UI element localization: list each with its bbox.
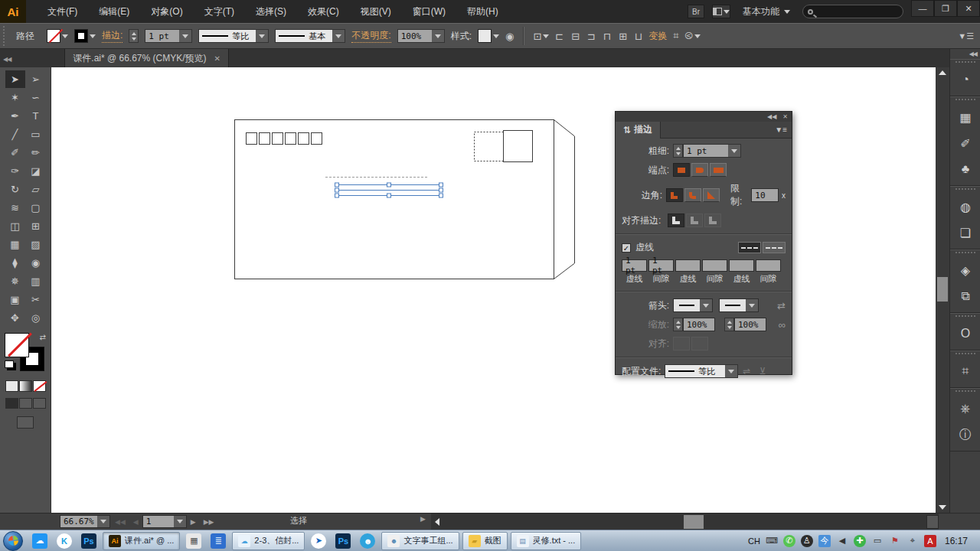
direct-selection-tool[interactable]: ➢	[26, 70, 46, 88]
chevron-down-icon[interactable]	[62, 34, 68, 38]
menu-item-3[interactable]: 文字(T)	[194, 0, 245, 23]
dash-value-field-1[interactable]: 1 pt	[648, 259, 674, 272]
free-transform-tool[interactable]: ▢	[26, 199, 46, 217]
toutiao-icon[interactable]: 今	[818, 535, 831, 547]
vertical-scrollbar[interactable]	[936, 67, 949, 513]
task-notepad[interactable]: ▤灵修.txt - ...	[511, 532, 582, 550]
scale-start-field[interactable]: 100%	[683, 318, 715, 331]
weight-stepper[interactable]	[673, 144, 683, 158]
menu-item-6[interactable]: 视图(V)	[350, 0, 402, 23]
bridge-button[interactable]: Br	[688, 5, 704, 18]
miter-join-button[interactable]	[666, 188, 683, 202]
magic-wand-tool[interactable]: ✶	[5, 89, 25, 106]
chevron-down-icon[interactable]	[90, 34, 96, 38]
chevron-down-icon[interactable]	[493, 34, 499, 38]
arrange-documents-button[interactable]	[712, 5, 730, 18]
pen-tool[interactable]: ✒	[5, 107, 25, 125]
draw-normal-button[interactable]	[5, 398, 18, 409]
scroll-left-icon[interactable]	[431, 514, 443, 530]
line-segment-tool[interactable]: ╱	[5, 126, 25, 143]
pathfinder-panel-icon[interactable]: ❏	[950, 220, 980, 246]
shape-builder-tool[interactable]: ◫	[5, 217, 25, 235]
layers-panel-icon[interactable]: ◈	[950, 257, 980, 283]
slice-tool[interactable]: ✂	[26, 291, 46, 308]
minimize-button[interactable]: —	[911, 0, 934, 17]
transform-link[interactable]: 变换	[648, 30, 667, 43]
photoshop-icon[interactable]: Ps	[78, 532, 100, 550]
opacity-link[interactable]: 不透明度:	[351, 29, 390, 43]
symbols-panel-icon[interactable]: ♣	[950, 156, 980, 182]
column-graph-tool[interactable]: ▥	[26, 272, 46, 290]
artboard-navigation-combo[interactable]: 1	[142, 515, 187, 528]
swap-arrowheads-icon[interactable]: ⇄	[777, 300, 786, 311]
dock-grip[interactable]	[956, 61, 975, 65]
vertical-scroll-thumb[interactable]	[937, 277, 948, 302]
none-button[interactable]	[33, 380, 46, 392]
dock-grip[interactable]	[956, 188, 975, 192]
menu-item-8[interactable]: 帮助(H)	[456, 0, 509, 23]
horizontal-align-left-icon[interactable]: ⊏	[555, 31, 564, 42]
recolor-artwork-icon[interactable]: ◉	[505, 31, 514, 42]
type-tool[interactable]: T	[26, 107, 46, 125]
dock-grip[interactable]	[956, 315, 975, 319]
swatches-panel-icon[interactable]: ▦	[950, 104, 980, 130]
brush-definition-combo[interactable]: 基本	[275, 29, 345, 43]
task-screenshot-folder[interactable]: ▰截图	[462, 532, 508, 550]
menu-item-1[interactable]: 编辑(E)	[88, 0, 140, 23]
search-input[interactable]	[802, 5, 903, 18]
lasso-tool[interactable]: ∽	[26, 89, 46, 106]
envelope-artwork[interactable]	[234, 119, 580, 283]
tab-close-icon[interactable]: ✕	[214, 54, 220, 63]
blob-brush-tool[interactable]: ✑	[5, 162, 25, 180]
zoom-level-combo[interactable]: 66.67%	[60, 515, 110, 528]
scale-start-stepper[interactable]	[673, 318, 683, 331]
width-tool[interactable]: ≋	[5, 199, 25, 217]
stroke-link[interactable]: 描边:	[102, 29, 122, 43]
volume-icon[interactable]: ◀	[836, 535, 848, 547]
perspective-grid-tool[interactable]: ⊞	[26, 217, 46, 235]
default-fill-stroke-icon[interactable]	[5, 360, 14, 368]
gradient-panel-icon[interactable]: ◔	[950, 67, 980, 93]
link-scales-icon[interactable]: ∞	[779, 319, 786, 331]
scroll-up-icon[interactable]	[936, 67, 949, 78]
info-panel-icon[interactable]: ⓘ	[950, 422, 980, 448]
close-panel-icon[interactable]: ✕	[782, 113, 788, 120]
scale-end-field[interactable]: 100%	[734, 318, 766, 331]
miter-limit-field[interactable]: 10	[751, 188, 779, 202]
task-wenzi-group[interactable]: ☻文字事工组...	[381, 532, 459, 550]
color-button[interactable]	[5, 380, 18, 392]
first-artboard-icon[interactable]: ◀◀	[115, 518, 126, 526]
style-swatch[interactable]	[478, 29, 492, 43]
task-envelope-folder[interactable]: ☁2-3、信封...	[232, 532, 305, 550]
photoshop-tray2-icon[interactable]: Ps	[332, 532, 354, 550]
status-expand-icon[interactable]: ▶	[416, 515, 430, 523]
width-profile-combo[interactable]: 等比	[198, 29, 269, 43]
thunder-icon[interactable]: ➤	[308, 532, 329, 550]
creative-cloud-icon[interactable]: ☁	[29, 532, 51, 550]
paintbrush-tool[interactable]: ✐	[5, 144, 25, 161]
stroke-width-stepper[interactable]	[129, 29, 139, 43]
profile-combo[interactable]: 等比	[665, 364, 738, 378]
horizontal-scrollbar[interactable]	[431, 514, 939, 530]
stroke-color-swatch[interactable]	[74, 29, 88, 43]
eyedropper-tool[interactable]: ⧫	[5, 254, 25, 272]
arrowhead-start-combo[interactable]	[673, 298, 713, 312]
taskbar-clock[interactable]: 16:17	[942, 536, 974, 546]
task-illustrator[interactable]: Ai课件.ai* @ ...	[103, 532, 180, 550]
wechat-icon[interactable]: ✆	[783, 535, 795, 547]
align-stroke-center-button[interactable]	[668, 214, 684, 227]
dock-grip[interactable]	[956, 252, 975, 256]
scale-end-stepper[interactable]	[724, 318, 734, 331]
artboard-tool[interactable]: ▣	[5, 291, 25, 308]
draw-behind-button[interactable]	[19, 398, 32, 409]
align-to-selection-icon[interactable]: ⊡	[533, 31, 549, 42]
scale-tool[interactable]: ▱	[26, 181, 46, 198]
menu-item-2[interactable]: 对象(O)	[140, 0, 193, 23]
eraser-tool[interactable]: ◪	[26, 162, 46, 180]
gradient-button[interactable]	[19, 380, 32, 392]
screen-mode-button[interactable]	[17, 416, 34, 429]
round-cap-button[interactable]	[691, 163, 708, 177]
stroke-panel-menu-icon[interactable]: ▼≡	[775, 126, 787, 134]
gradient-tool[interactable]: ▨	[26, 236, 46, 253]
selection-tool[interactable]: ➤	[5, 70, 25, 88]
